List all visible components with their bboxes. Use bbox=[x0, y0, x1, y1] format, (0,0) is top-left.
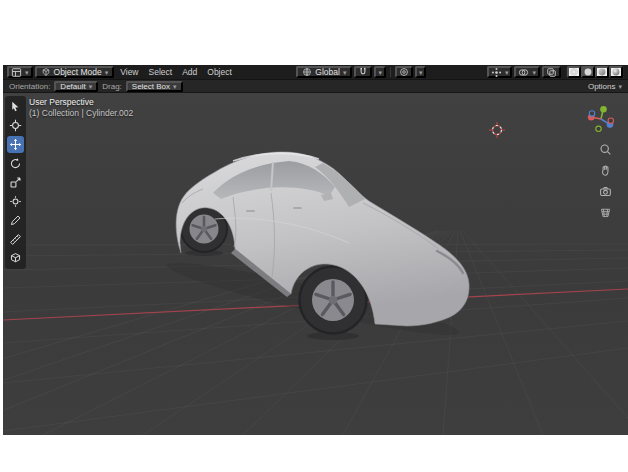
drag-select-box-dropdown[interactable]: Select Box ▾ bbox=[126, 81, 183, 92]
shading-rendered-button[interactable] bbox=[609, 66, 623, 78]
tool-move-button[interactable] bbox=[7, 136, 24, 153]
annotate-pencil-icon bbox=[9, 214, 22, 227]
menu-select[interactable]: Select bbox=[145, 66, 177, 79]
navigation-gizmo[interactable] bbox=[586, 104, 616, 134]
add-cube-icon bbox=[9, 252, 22, 265]
tool-cursor-button[interactable] bbox=[7, 117, 24, 134]
menu-view[interactable]: View bbox=[116, 66, 142, 79]
door-handle-rear bbox=[246, 210, 255, 212]
car-model[interactable] bbox=[164, 152, 469, 346]
toolbar bbox=[5, 96, 26, 269]
scene-canvas bbox=[3, 93, 628, 435]
material-sphere-icon bbox=[597, 66, 607, 78]
shading-mode-group bbox=[566, 65, 624, 79]
chevron-down-icon: ▾ bbox=[505, 69, 509, 76]
gizmo-icon bbox=[491, 67, 502, 78]
shading-solid-button[interactable] bbox=[581, 66, 595, 78]
orientation-value: Default bbox=[60, 81, 85, 92]
snap-settings-dropdown[interactable]: ▾ bbox=[374, 66, 386, 78]
3d-cursor-icon bbox=[9, 119, 22, 132]
tool-add-cube-button[interactable] bbox=[7, 250, 24, 267]
axis-gizmo-icon bbox=[586, 104, 616, 134]
magnet-icon bbox=[358, 67, 368, 77]
mode-dropdown[interactable]: Object Mode ▾ bbox=[35, 66, 115, 78]
chevron-down-icon: ▾ bbox=[343, 69, 347, 76]
page: ▾ Object Mode ▾ View Select Add Object G… bbox=[0, 0, 628, 472]
mode-label: Object Mode bbox=[54, 66, 102, 78]
editor-type-icon bbox=[11, 67, 22, 78]
options-label: Options bbox=[588, 82, 616, 91]
tool-measure-button[interactable] bbox=[7, 231, 24, 248]
object-mode-icon bbox=[41, 67, 51, 77]
separator bbox=[390, 67, 391, 77]
magnifier-icon bbox=[599, 143, 612, 156]
wireframe-sphere-icon bbox=[569, 66, 579, 78]
chevron-down-icon: ▾ bbox=[532, 69, 536, 76]
viewport-overlay-text: User Perspective (1) Collection | Cylind… bbox=[29, 97, 133, 119]
header-right: ▾ ▾ bbox=[487, 65, 624, 79]
transform-orientation-dropdown[interactable]: Global ▾ bbox=[296, 66, 352, 78]
chevron-down-icon: ▾ bbox=[618, 83, 622, 90]
chevron-down-icon: ▾ bbox=[105, 69, 109, 76]
toggle-perspective-button[interactable] bbox=[598, 205, 613, 220]
pan-button[interactable] bbox=[598, 163, 613, 178]
perspective-grid-icon bbox=[599, 206, 612, 219]
scene-3d-cursor[interactable] bbox=[489, 122, 505, 138]
tool-settings-bar: Orientation: Default ▾ Drag: Select Box … bbox=[3, 80, 628, 93]
perspective-label: User Perspective bbox=[29, 97, 133, 108]
measure-ruler-icon bbox=[9, 233, 22, 246]
door-handle-front bbox=[293, 207, 302, 209]
rendered-sphere-icon bbox=[611, 66, 621, 78]
drag-value: Select Box bbox=[132, 81, 170, 92]
chevron-down-icon: ▾ bbox=[419, 69, 423, 76]
header-left: ▾ Object Mode ▾ View Select Add Object bbox=[7, 66, 236, 79]
gizmos-dropdown[interactable]: ▾ bbox=[487, 66, 513, 78]
active-collection-label: (1) Collection | Cylinder.002 bbox=[29, 108, 133, 119]
move-icon bbox=[9, 138, 22, 151]
menu-add[interactable]: Add bbox=[178, 66, 201, 79]
tool-transform-button[interactable] bbox=[7, 193, 24, 210]
zoom-button[interactable] bbox=[598, 142, 613, 157]
scale-icon bbox=[9, 176, 22, 189]
3d-cursor-marker-icon bbox=[489, 122, 505, 138]
viewport-nav-controls bbox=[598, 142, 613, 220]
proportional-editing-icon bbox=[399, 67, 409, 77]
hand-icon bbox=[599, 164, 612, 177]
menu-object[interactable]: Object bbox=[203, 66, 236, 79]
xray-icon bbox=[546, 67, 557, 78]
tool-tweak-select-button[interactable] bbox=[7, 98, 24, 115]
transform-icon bbox=[9, 195, 22, 208]
select-cursor-icon bbox=[9, 100, 22, 113]
orientation-setting-label: Orientation: bbox=[9, 82, 50, 91]
xray-toggle-button[interactable] bbox=[542, 66, 561, 78]
tool-scale-button[interactable] bbox=[7, 174, 24, 191]
viewport-header: ▾ Object Mode ▾ View Select Add Object G… bbox=[3, 65, 628, 80]
rotate-icon bbox=[9, 157, 22, 170]
viewport-3d[interactable]: User Perspective (1) Collection | Cylind… bbox=[3, 93, 628, 435]
chevron-down-icon: ▾ bbox=[378, 69, 382, 76]
blender-window: ▾ Object Mode ▾ View Select Add Object G… bbox=[3, 65, 628, 435]
editor-type-button[interactable]: ▾ bbox=[7, 66, 33, 78]
chevron-down-icon: ▾ bbox=[25, 69, 29, 76]
chevron-down-icon: ▾ bbox=[173, 83, 177, 90]
orientation-default-dropdown[interactable]: Default ▾ bbox=[54, 81, 98, 92]
snap-toggle-button[interactable] bbox=[354, 66, 372, 78]
overlays-dropdown[interactable]: ▾ bbox=[514, 66, 540, 78]
solid-sphere-icon bbox=[583, 66, 593, 78]
options-dropdown[interactable]: Options ▾ bbox=[588, 82, 622, 91]
camera-view-button[interactable] bbox=[598, 184, 613, 199]
camera-icon bbox=[599, 185, 612, 198]
globe-icon bbox=[302, 67, 312, 77]
tool-annotate-button[interactable] bbox=[7, 212, 24, 229]
chevron-down-icon: ▾ bbox=[89, 83, 93, 90]
proportional-editing-button[interactable] bbox=[395, 66, 413, 78]
drag-setting-label: Drag: bbox=[102, 82, 122, 91]
shading-wireframe-button[interactable] bbox=[567, 66, 581, 78]
proportional-falloff-dropdown[interactable]: ▾ bbox=[415, 66, 427, 78]
shading-material-button[interactable] bbox=[595, 66, 609, 78]
overlays-icon bbox=[518, 67, 529, 78]
tool-rotate-button[interactable] bbox=[7, 155, 24, 172]
orientation-label: Global bbox=[315, 66, 340, 78]
header-center: Global ▾ ▾ ▾ bbox=[296, 66, 426, 78]
